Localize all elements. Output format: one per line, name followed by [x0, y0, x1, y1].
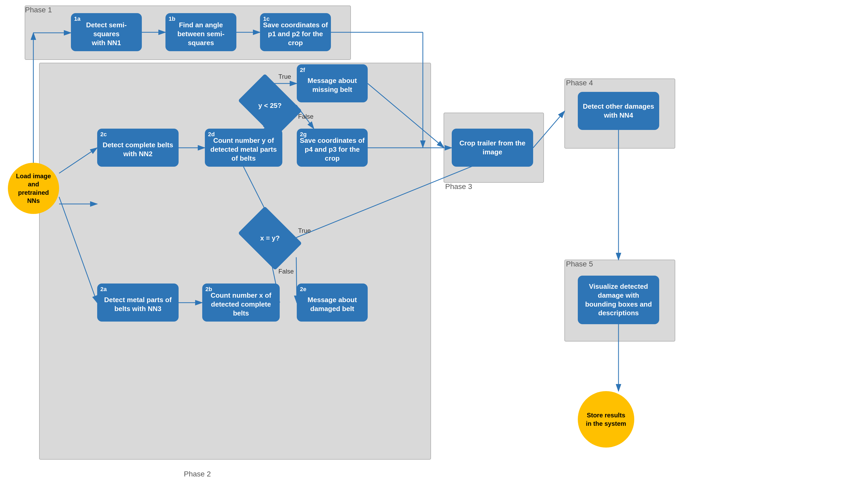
- node-1c: 1c Save coordinates of p1 and p2 for the…: [260, 13, 331, 51]
- svg-line-14: [59, 197, 97, 303]
- node-2f: 2f Message about missing belt: [297, 64, 368, 102]
- diamond-shape-xy: [238, 206, 302, 270]
- svg-line-22: [533, 111, 565, 148]
- true-label-2: True: [298, 227, 311, 234]
- node-1b: 1b Find an angle between semi- squares: [165, 13, 236, 51]
- step-num-2f: 2f: [300, 66, 305, 74]
- diamond-shape-y25: [238, 74, 302, 138]
- node-2e: 2e Message about damaged belt: [297, 284, 368, 322]
- diamond-y25: y < 25?: [244, 87, 296, 125]
- false-label-1: False: [298, 113, 314, 120]
- node-2a: 2a Detect metal parts of belts with NN3: [97, 284, 179, 322]
- svg-rect-2: [39, 63, 431, 459]
- step-num-1c: 1c: [263, 15, 270, 23]
- node-1a: 1a Detect semi-squares with NN1: [71, 13, 142, 51]
- true-label-1: True: [278, 73, 291, 80]
- phase2-label: Phase 2: [184, 470, 211, 478]
- diamond-xy: x = y?: [244, 219, 296, 257]
- phase3-label: Phase 3: [445, 183, 472, 191]
- step-num-1a: 1a: [74, 15, 81, 23]
- step-num-2e: 2e: [300, 286, 306, 293]
- node-crop-trailer: Crop trailer from the image: [452, 129, 533, 167]
- phase4-label: Phase 4: [566, 79, 593, 87]
- phase1-label: Phase 1: [25, 6, 52, 14]
- step-num-1b: 1b: [168, 15, 176, 23]
- node-2c: 2c Detect complete belts with NN2: [97, 129, 179, 167]
- store-results-node: Store results in the system: [578, 391, 634, 448]
- svg-line-28: [296, 158, 494, 237]
- svg-line-20: [368, 84, 444, 148]
- step-num-2b: 2b: [206, 286, 212, 293]
- node-detect-damages: Detect other damages with NN4: [578, 92, 659, 130]
- false-label-2: False: [278, 268, 294, 275]
- step-num-2c: 2c: [100, 131, 106, 138]
- node-visualize: Visualize detected damage with bounding …: [578, 276, 659, 324]
- arrows-svg: [0, 0, 868, 483]
- load-image-node: Load image and pretrained NNs: [8, 163, 59, 214]
- step-num-2a: 2a: [100, 286, 106, 293]
- step-num-2d: 2d: [208, 131, 215, 138]
- phase5-label: Phase 5: [566, 260, 593, 268]
- node-2g: 2g Save coordinates of p4 and p3 for the…: [297, 129, 368, 167]
- node-2b: 2b Count number x of detected complete b…: [202, 284, 280, 322]
- diagram-container: Phase 1 Phase 2 Phase 3 Phase 4 Phase 5 …: [0, 0, 868, 483]
- step-num-2g: 2g: [300, 131, 307, 138]
- svg-line-13: [59, 148, 97, 173]
- node-2d: 2d Count number y of detected metal part…: [205, 129, 282, 167]
